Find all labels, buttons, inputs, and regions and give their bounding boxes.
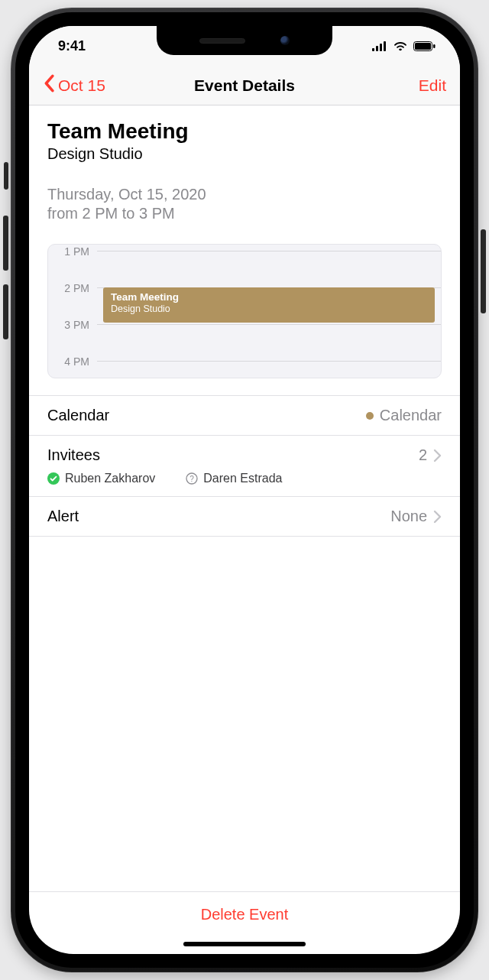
battery-icon <box>413 41 436 51</box>
calendar-label: Calendar <box>47 407 109 424</box>
ringer-switch[interactable] <box>4 162 8 190</box>
alert-label: Alert <box>47 508 79 525</box>
front-camera <box>280 36 290 45</box>
chevron-right-icon <box>433 510 442 524</box>
timeline-event-location: Design Studio <box>111 303 427 314</box>
invitee-name: Ruben Zakharov <box>65 472 155 485</box>
notch <box>157 26 332 55</box>
event-title: Team Meeting <box>47 119 442 144</box>
invitees-row[interactable]: Invitees 2 <box>29 436 460 497</box>
svg-rect-5 <box>415 43 431 50</box>
timeline[interactable]: 1 PM 2 PM 3 PM 4 PM Team Meeting Design … <box>47 244 442 378</box>
timeline-event-block[interactable]: Team Meeting Design Studio <box>103 287 435 323</box>
svg-rect-3 <box>384 41 386 51</box>
edit-button[interactable]: Edit <box>419 76 446 95</box>
volume-up-button[interactable] <box>3 216 8 271</box>
hour-label: 1 PM <box>48 246 97 257</box>
svg-rect-0 <box>372 48 374 51</box>
nav-title: Event Details <box>194 76 295 95</box>
calendar-value: Calendar <box>380 407 442 424</box>
nav-bar: Oct 15 Event Details Edit <box>29 66 460 105</box>
event-date: Thursday, Oct 15, 2020 <box>47 186 442 203</box>
back-label: Oct 15 <box>58 76 105 95</box>
invitee-item: ? Daren Estrada <box>186 472 282 485</box>
content: Team Meeting Design Studio Thursday, Oct… <box>29 105 460 537</box>
event-time: from 2 PM to 3 PM <box>47 205 442 222</box>
chevron-right-icon <box>433 449 442 462</box>
alert-row[interactable]: Alert None <box>29 497 460 537</box>
accepted-icon <box>47 472 60 485</box>
cellular-icon <box>372 41 387 51</box>
hour-label: 3 PM <box>48 320 97 330</box>
invitees-label: Invitees <box>47 446 100 464</box>
svg-rect-1 <box>376 46 378 51</box>
alert-value: None <box>390 508 427 525</box>
invitee-item: Ruben Zakharov <box>47 472 155 485</box>
svg-text:?: ? <box>190 475 195 483</box>
svg-rect-2 <box>380 44 382 51</box>
timeline-event-title: Team Meeting <box>111 291 427 303</box>
status-time: 9:41 <box>49 38 86 54</box>
event-location: Design Studio <box>47 145 442 163</box>
svg-rect-6 <box>433 44 436 48</box>
invitees-count: 2 <box>419 446 427 464</box>
delete-event-button[interactable]: Delete Event <box>29 891 460 936</box>
invitee-name: Daren Estrada <box>203 472 282 485</box>
home-indicator[interactable] <box>183 942 306 946</box>
back-button[interactable]: Oct 15 <box>43 74 105 96</box>
hour-label: 2 PM <box>48 283 97 294</box>
calendar-color-dot <box>366 412 374 420</box>
wifi-icon <box>393 41 408 51</box>
hour-label: 4 PM <box>48 356 97 367</box>
calendar-row[interactable]: Calendar Calendar <box>29 395 460 436</box>
power-button[interactable] <box>481 229 486 313</box>
chevron-left-icon <box>43 74 55 96</box>
volume-down-button[interactable] <box>3 284 8 339</box>
speaker-grille <box>199 38 245 44</box>
pending-icon: ? <box>186 472 198 485</box>
device-frame: 9:41 <box>0 0 489 980</box>
